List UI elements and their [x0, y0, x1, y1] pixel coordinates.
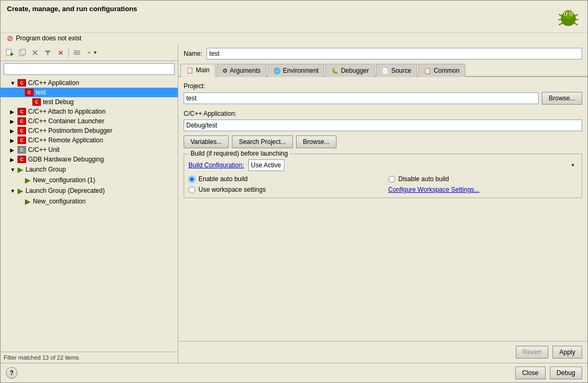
help-button[interactable]: ?	[6, 367, 18, 379]
apply-button[interactable]: Apply	[552, 346, 582, 359]
disable-auto-build-text: Disable auto build	[399, 175, 449, 183]
project-input[interactable]	[184, 92, 539, 104]
collapse-button[interactable]	[71, 47, 83, 58]
unit-icon: C	[18, 146, 26, 154]
configure-workspace-link[interactable]: Configure Workspace Settings...	[388, 186, 578, 193]
tree-item-label: GDB Hardware Debugging	[28, 156, 104, 163]
cpp-app-icon: C	[18, 79, 26, 87]
tab-environment-label: Environment	[283, 67, 318, 74]
tree-item-gdb[interactable]: ▶ C GDB Hardware Debugging	[1, 155, 178, 164]
expand-arrow: ▶	[10, 157, 15, 163]
attach-icon: C	[18, 108, 26, 115]
enable-auto-build-label[interactable]: Enable auto build	[188, 175, 378, 183]
app-browse-button[interactable]: Browse...	[296, 135, 336, 148]
expand-arrow: ▶	[10, 147, 15, 153]
close-button[interactable]: Close	[515, 367, 546, 379]
tree-item-test-debug[interactable]: C test Debug	[1, 97, 178, 107]
expand-arrow	[18, 177, 23, 183]
duplicate-button[interactable]	[16, 47, 28, 58]
tree-item-label: test Debug	[43, 98, 74, 106]
tree-item-label: C/C++ Unit	[28, 146, 59, 154]
svg-point-5	[570, 13, 572, 15]
build-group-title: Build (if required) before launching	[188, 150, 290, 157]
project-label: Project:	[184, 82, 582, 90]
tree-item-label: New_configuration	[33, 198, 85, 205]
build-config-row: Build Configuration: Use Active Debug Re…	[188, 159, 577, 171]
build-config-dropdown-wrapper: Use Active Debug Release	[248, 159, 577, 171]
tab-source[interactable]: 📄 Source	[376, 64, 417, 77]
app-input[interactable]	[184, 120, 582, 131]
tree-item-launch-group-dep[interactable]: ▼ ▶ Launch Group (Deprecated)	[1, 185, 178, 196]
revert-button[interactable]: Revert	[516, 346, 548, 359]
launch-group-icon: ▶	[18, 165, 23, 174]
remove-button[interactable]: ✕	[55, 47, 66, 58]
tab-arguments-label: Arguments	[230, 67, 261, 74]
tree-item-new-config-dep[interactable]: ▶ New_configuration	[1, 196, 178, 207]
postmortem-icon: C	[18, 127, 26, 134]
debugger-tab-icon: 🐛	[331, 67, 339, 74]
expand-arrow	[18, 90, 23, 96]
tab-main-label: Main	[196, 66, 210, 74]
remote-icon: C	[18, 137, 26, 144]
build-config-label[interactable]: Build Configuration:	[188, 161, 244, 169]
tree-item-label: C/C++ Remote Application	[28, 137, 103, 144]
tree-item-label: C/C++ Attach to Application	[28, 108, 106, 115]
tab-source-label: Source	[391, 67, 411, 74]
config-tree: ▼ C C/C++ Application C test C test Debu…	[1, 77, 178, 352]
search-input[interactable]	[4, 63, 175, 75]
error-text: Program does not exist	[16, 35, 81, 42]
build-config-select[interactable]: Use Active Debug Release	[248, 159, 284, 171]
tab-common-label: Common	[434, 67, 460, 74]
tree-item-cpp-container[interactable]: ▶ C C/C++ Container Launcher	[1, 116, 178, 126]
error-row: ⊘ Program does not exist	[1, 33, 587, 45]
expand-arrow: ▶	[10, 138, 15, 143]
disable-auto-build-radio[interactable]	[388, 176, 395, 183]
tree-item-test[interactable]: C test	[1, 88, 178, 97]
tree-item-label: New_configuration (1)	[33, 176, 95, 184]
svg-line-8	[559, 23, 563, 25]
svg-rect-16	[21, 49, 25, 55]
debug-button[interactable]: Debug	[550, 367, 582, 379]
workspace-settings-radio[interactable]	[188, 186, 195, 193]
tab-main[interactable]: 📋 Main	[180, 64, 215, 77]
error-icon: ⊘	[7, 34, 13, 42]
bug-icon	[556, 5, 581, 30]
project-browse-button[interactable]: Browse...	[542, 92, 582, 105]
search-project-button[interactable]: Search Project...	[232, 135, 293, 148]
expand-arrow: ▶	[10, 128, 15, 134]
expand-arrow	[25, 99, 30, 105]
test-debug-icon: C	[32, 98, 41, 106]
main-dialog: Create, manage, and run configurations ⊘…	[0, 0, 588, 383]
source-tab-icon: 📄	[382, 67, 389, 74]
tree-item-new-config-1[interactable]: ▶ New_configuration (1)	[1, 175, 178, 185]
tree-item-cpp-app[interactable]: ▼ C C/C++ Application	[1, 78, 178, 88]
toolbar-separator	[68, 48, 69, 57]
tab-debugger[interactable]: 🐛 Debugger	[325, 64, 375, 77]
right-panel: Name: 📋 Main ⚙ Arguments 🌐 Environment	[178, 45, 587, 363]
tab-debugger-label: Debugger	[341, 67, 369, 74]
tree-item-cpp-attach[interactable]: ▶ C C/C++ Attach to Application	[1, 107, 178, 116]
disable-auto-build-label[interactable]: Disable auto build	[388, 175, 578, 183]
main-tab-icon: 📋	[186, 67, 194, 74]
workspace-settings-label[interactable]: Use workspace settings	[188, 186, 378, 193]
enable-auto-build-radio[interactable]	[188, 176, 195, 183]
expand-arrow: ▶	[10, 118, 15, 124]
tree-item-cpp-postmortem[interactable]: ▶ C C/C++ Postmortem Debugger	[1, 126, 178, 135]
tree-item-cpp-unit[interactable]: ▶ C C/C++ Unit	[1, 145, 178, 155]
link-dropdown-button[interactable]: ▼	[84, 47, 99, 58]
tabs-row: 📋 Main ⚙ Arguments 🌐 Environment 🐛 Debug…	[178, 63, 587, 77]
dialog-title: Create, manage, and run configurations	[7, 5, 137, 13]
right-footer: Revert Apply	[178, 341, 587, 363]
variables-button[interactable]: Variables...	[184, 135, 229, 148]
tree-item-label: C/C++ Application	[28, 79, 79, 87]
delete-button[interactable]	[29, 47, 41, 58]
tab-common[interactable]: 📋 Common	[418, 64, 465, 77]
new-config-button[interactable]	[4, 47, 15, 58]
name-input[interactable]	[206, 48, 582, 59]
svg-line-11	[574, 23, 578, 25]
tree-item-cpp-remote[interactable]: ▶ C C/C++ Remote Application	[1, 135, 178, 145]
filter-button[interactable]	[42, 47, 54, 58]
tab-arguments[interactable]: ⚙ Arguments	[217, 64, 266, 77]
tree-item-launch-group[interactable]: ▼ ▶ Launch Group	[1, 164, 178, 175]
tab-environment[interactable]: 🌐 Environment	[267, 64, 324, 77]
